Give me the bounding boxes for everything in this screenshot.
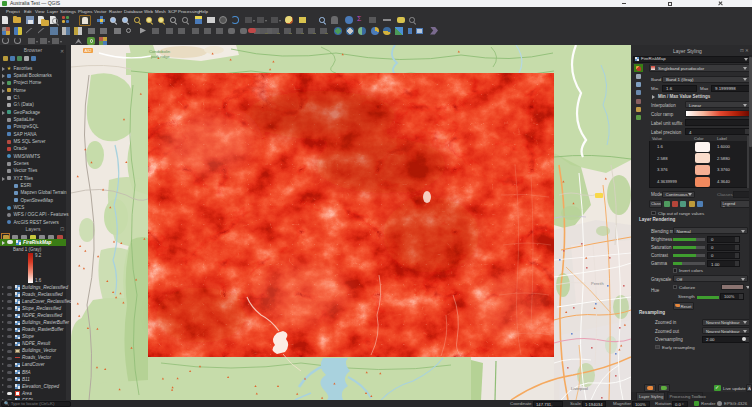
svg-text:A32: A32	[84, 48, 92, 53]
svg-text:Liverpool: Liverpool	[571, 386, 588, 391]
svg-text:park ridge: park ridge	[151, 54, 170, 59]
svg-text:Penrith: Penrith	[591, 281, 604, 286]
